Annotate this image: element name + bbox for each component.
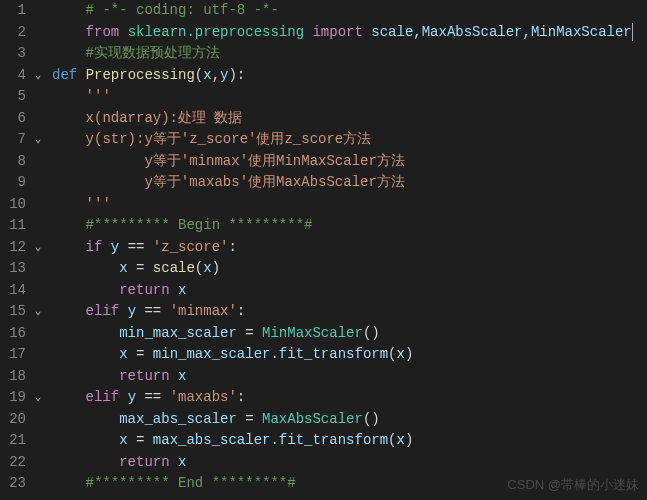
- token: 'maxabs': [170, 389, 237, 405]
- code-line[interactable]: 19⌄ elif y == 'maxabs':: [0, 387, 647, 409]
- code-line[interactable]: 18 return x: [0, 366, 647, 388]
- token: [77, 67, 85, 83]
- token: [170, 368, 178, 384]
- code-content[interactable]: max_abs_scaler = MaxAbsScaler(): [46, 409, 380, 431]
- token: 'minmax': [170, 303, 237, 319]
- token: ): [405, 346, 413, 362]
- token: if: [86, 239, 103, 255]
- token: sklearn.preprocessing: [128, 24, 304, 40]
- token: =: [237, 411, 262, 427]
- token: y: [128, 389, 136, 405]
- line-number: 7: [0, 129, 30, 151]
- code-line[interactable]: 20 max_abs_scaler = MaxAbsScaler(): [0, 409, 647, 431]
- code-line[interactable]: 1 # -*- coding: utf-8 -*-: [0, 0, 647, 22]
- fold-toggle-icon[interactable]: ⌄: [30, 387, 46, 409]
- code-line[interactable]: 12⌄ if y == 'z_score':: [0, 237, 647, 259]
- token: [52, 110, 86, 126]
- line-number: 21: [0, 430, 30, 452]
- gutter: 21: [0, 430, 46, 452]
- gutter: 16: [0, 323, 46, 345]
- code-content[interactable]: x = min_max_scaler.fit_transform(x): [46, 344, 413, 366]
- code-content[interactable]: ''': [46, 86, 111, 108]
- code-line[interactable]: 11 #********* Begin *********#: [0, 215, 647, 237]
- token: [52, 432, 119, 448]
- code-content[interactable]: x = max_abs_scaler.fit_transform(x): [46, 430, 413, 452]
- code-line[interactable]: 4⌄def Preprocessing(x,y):: [0, 65, 647, 87]
- code-content[interactable]: return x: [46, 452, 186, 474]
- code-line[interactable]: 15⌄ elif y == 'minmax':: [0, 301, 647, 323]
- token: min_max_scaler.fit_transform: [153, 346, 388, 362]
- line-number: 5: [0, 86, 30, 108]
- code-line[interactable]: 22 return x: [0, 452, 647, 474]
- token: [52, 88, 86, 104]
- token: [52, 282, 119, 298]
- token: x: [178, 282, 186, 298]
- code-editor[interactable]: 1 # -*- coding: utf-8 -*-2 from sklearn.…: [0, 0, 647, 500]
- token: [52, 368, 119, 384]
- code-line[interactable]: 5 ''': [0, 86, 647, 108]
- token: ): [212, 260, 220, 276]
- line-number: 13: [0, 258, 30, 280]
- gutter: 12⌄: [0, 237, 46, 259]
- fold-toggle-icon[interactable]: ⌄: [30, 129, 46, 151]
- token: [52, 131, 86, 147]
- code-content[interactable]: elif y == 'maxabs':: [46, 387, 245, 409]
- line-number: 8: [0, 151, 30, 173]
- gutter: 20: [0, 409, 46, 431]
- code-content[interactable]: y等于'minmax'使用MinMaxScaler方法: [46, 151, 405, 173]
- token: 'z_score': [153, 239, 229, 255]
- code-content[interactable]: x(ndarray):处理 数据: [46, 108, 242, 130]
- gutter: 22: [0, 452, 46, 474]
- token: [52, 174, 144, 190]
- token: elif: [86, 303, 120, 319]
- code-content[interactable]: elif y == 'minmax':: [46, 301, 245, 323]
- code-line[interactable]: 6 x(ndarray):处理 数据: [0, 108, 647, 130]
- code-content[interactable]: return x: [46, 280, 186, 302]
- code-content[interactable]: ''': [46, 194, 111, 216]
- fold-toggle-icon[interactable]: ⌄: [30, 301, 46, 323]
- code-content[interactable]: #********* Begin *********#: [46, 215, 312, 237]
- fold-toggle-icon[interactable]: ⌄: [30, 65, 46, 87]
- code-content[interactable]: x = scale(x): [46, 258, 220, 280]
- code-content[interactable]: def Preprocessing(x,y):: [46, 65, 245, 87]
- token: [52, 389, 86, 405]
- token: [119, 24, 127, 40]
- code-content[interactable]: from sklearn.preprocessing import scale,…: [46, 22, 633, 44]
- gutter: 17: [0, 344, 46, 366]
- code-line[interactable]: 2 from sklearn.preprocessing import scal…: [0, 22, 647, 44]
- fold-toggle-icon[interactable]: ⌄: [30, 237, 46, 259]
- token: elif: [86, 389, 120, 405]
- code-line[interactable]: 10 ''': [0, 194, 647, 216]
- code-line[interactable]: 14 return x: [0, 280, 647, 302]
- token: ==: [136, 303, 170, 319]
- code-content[interactable]: y(str):y等于'z_score'使用z_score方法: [46, 129, 371, 151]
- code-content[interactable]: min_max_scaler = MinMaxScaler(): [46, 323, 380, 345]
- code-content[interactable]: # -*- coding: utf-8 -*-: [46, 0, 279, 22]
- token: min_max_scaler: [119, 325, 237, 341]
- code-line[interactable]: 13 x = scale(x): [0, 258, 647, 280]
- code-line[interactable]: 8 y等于'minmax'使用MinMaxScaler方法: [0, 151, 647, 173]
- gutter: 2: [0, 22, 46, 44]
- code-content[interactable]: return x: [46, 366, 186, 388]
- code-line[interactable]: 3 #实现数据预处理方法: [0, 43, 647, 65]
- code-line[interactable]: 7⌄ y(str):y等于'z_score'使用z_score方法: [0, 129, 647, 151]
- code-content[interactable]: y等于'maxabs'使用MaxAbsScaler方法: [46, 172, 405, 194]
- line-number: 9: [0, 172, 30, 194]
- token: scale,MaxAbsScaler,MinMaxScaler: [371, 24, 631, 40]
- token: x: [397, 346, 405, 362]
- code-line[interactable]: 17 x = min_max_scaler.fit_transform(x): [0, 344, 647, 366]
- token: x: [119, 346, 127, 362]
- token: return: [119, 454, 169, 470]
- token: [102, 239, 110, 255]
- token: x: [178, 454, 186, 470]
- code-content[interactable]: if y == 'z_score':: [46, 237, 237, 259]
- code-line[interactable]: 16 min_max_scaler = MinMaxScaler(): [0, 323, 647, 345]
- code-content[interactable]: #实现数据预处理方法: [46, 43, 220, 65]
- token: Preprocessing: [86, 67, 195, 83]
- token: ==: [119, 239, 153, 255]
- code-content[interactable]: #********* End *********#: [46, 473, 296, 495]
- code-line[interactable]: 21 x = max_abs_scaler.fit_transform(x): [0, 430, 647, 452]
- token: #********* End *********#: [86, 475, 296, 491]
- code-line[interactable]: 9 y等于'maxabs'使用MaxAbsScaler方法: [0, 172, 647, 194]
- token: ): [405, 432, 413, 448]
